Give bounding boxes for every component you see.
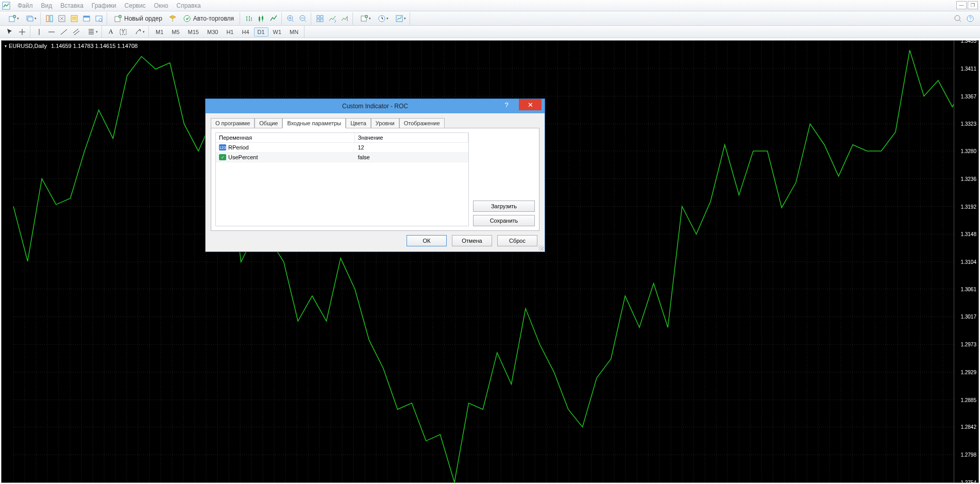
draw-time-toolbar: A T M1M5M15M30H1H4D1W1MN — [0, 26, 980, 38]
app-icon — [2, 2, 10, 10]
svg-text:?: ? — [969, 16, 972, 22]
y-tick: 1.2885 — [960, 397, 976, 403]
table-row[interactable]: ✓UsePercentfalse — [216, 153, 468, 162]
auto-scroll-button[interactable] — [327, 13, 338, 24]
menu-view[interactable]: Вид — [37, 1, 57, 10]
data-window-button[interactable] — [69, 13, 80, 24]
svg-rect-9 — [83, 16, 90, 18]
market-watch-button[interactable] — [44, 13, 55, 24]
load-button[interactable]: Загрузить — [473, 201, 535, 212]
dialog-title: Custom Indicator - ROC — [342, 103, 408, 110]
window-controls: — ❐ — [956, 1, 978, 9]
timeframe-M30[interactable]: M30 — [204, 27, 222, 37]
tab-Входные-параметры[interactable]: Входные параметры — [282, 118, 346, 128]
tab-Общие[interactable]: Общие — [255, 118, 282, 128]
text-label-tool[interactable]: T — [117, 26, 129, 38]
resize-grip[interactable] — [538, 245, 544, 251]
templates-button[interactable] — [391, 13, 408, 24]
ok-button[interactable]: ОК — [407, 235, 447, 246]
menu-window[interactable]: Окно — [150, 1, 173, 10]
col-variable: Переменная — [216, 133, 355, 142]
fibonacci-tool[interactable] — [83, 26, 99, 38]
timeframe-H1[interactable]: H1 — [223, 27, 237, 37]
auto-trade-button[interactable]: Авто-торговля — [179, 13, 238, 24]
chart-shift-button[interactable] — [339, 13, 350, 24]
indicator-dialog: Custom Indicator - ROC ? ✕ О программеОб… — [205, 98, 545, 252]
timeframe-M15[interactable]: M15 — [184, 27, 202, 37]
main-toolbar: Новый ордер Авто-торговля ? — [0, 11, 980, 26]
timeframe-M5[interactable]: M5 — [168, 27, 183, 37]
timeframe-MN[interactable]: MN — [286, 27, 302, 37]
tile-windows-button[interactable] — [314, 13, 326, 24]
timeframe-H4[interactable]: H4 — [238, 27, 252, 37]
y-tick: 1.3236 — [960, 176, 976, 181]
trendline-tool[interactable] — [58, 26, 70, 38]
col-value: Значение — [355, 133, 469, 142]
zoom-in-button[interactable] — [285, 13, 296, 24]
metaeditor-button[interactable] — [167, 13, 178, 24]
navigator-button[interactable] — [56, 13, 67, 24]
zoom-out-button[interactable] — [297, 13, 309, 24]
help-button[interactable]: ? — [965, 13, 976, 24]
terminal-button[interactable] — [81, 13, 92, 24]
minimize-button[interactable]: — — [956, 1, 967, 9]
table-row[interactable]: 123RPeriod12 — [216, 143, 468, 153]
dialog-close-button[interactable]: ✕ — [519, 99, 542, 110]
parameters-table[interactable]: Переменная Значение 123RPeriod12✓UsePerc… — [215, 132, 469, 226]
tab-О-программе[interactable]: О программе — [211, 118, 255, 128]
save-button[interactable]: Сохранить — [473, 215, 535, 226]
menu-service[interactable]: Сервис — [121, 1, 150, 10]
vline-tool[interactable] — [33, 26, 45, 38]
dialog-help-button[interactable]: ? — [496, 99, 517, 110]
svg-rect-6 — [50, 15, 53, 22]
cancel-button[interactable]: Отмена — [452, 235, 492, 246]
dialog-titlebar[interactable]: Custom Indicator - ROC ? ✕ — [206, 99, 545, 113]
cursor-tool[interactable] — [4, 26, 15, 38]
menu-file[interactable]: Файл — [13, 1, 37, 10]
periods-button[interactable] — [374, 13, 390, 24]
arrows-tool[interactable] — [130, 26, 146, 38]
restore-button[interactable]: ❐ — [968, 1, 978, 9]
y-tick: 1.2929 — [960, 370, 976, 375]
menu-help[interactable]: Справка — [173, 1, 205, 10]
y-tick: 1.3411 — [960, 65, 976, 71]
timeframe-M1[interactable]: M1 — [152, 27, 167, 37]
profiles-button[interactable] — [22, 13, 38, 24]
svg-rect-7 — [71, 15, 77, 22]
chart-dropdown-icon[interactable]: ▾ — [5, 44, 7, 48]
y-tick: 1.3280 — [960, 148, 976, 154]
strategy-tester-button[interactable] — [93, 13, 105, 24]
timeframe-W1[interactable]: W1 — [269, 27, 285, 37]
svg-rect-20 — [320, 15, 323, 18]
channel-tool[interactable] — [71, 26, 82, 38]
timeframe-D1[interactable]: D1 — [254, 27, 268, 37]
new-order-label: Новый ордер — [124, 15, 162, 22]
tab-Уровни[interactable]: Уровни — [371, 118, 399, 128]
tab-Отображение[interactable]: Отображение — [399, 118, 445, 128]
new-chart-button[interactable] — [4, 13, 21, 24]
candle-chart-button[interactable] — [256, 13, 267, 24]
tab-Цвета[interactable]: Цвета — [346, 118, 371, 128]
svg-text:T: T — [122, 29, 125, 35]
indicators-button[interactable] — [356, 13, 373, 24]
svg-rect-19 — [317, 15, 319, 18]
reset-button[interactable]: Сброс — [497, 235, 537, 246]
y-tick: 1.3192 — [960, 204, 976, 209]
hline-tool[interactable] — [46, 26, 57, 38]
svg-rect-5 — [46, 15, 49, 22]
auto-trade-label: Авто-торговля — [193, 15, 234, 22]
bar-chart-button[interactable] — [243, 13, 255, 24]
menu-charts[interactable]: Графики — [88, 1, 121, 10]
y-axis: 1.34551.34111.33671.33231.32801.32361.31… — [954, 41, 978, 482]
text-tool[interactable]: A — [105, 26, 116, 38]
menu-insert[interactable]: Вставка — [56, 1, 88, 10]
line-chart-button[interactable] — [268, 13, 279, 24]
crosshair-tool[interactable] — [16, 26, 28, 38]
boolean-icon: ✓ — [219, 154, 226, 160]
svg-rect-22 — [320, 19, 323, 22]
search-button[interactable] — [952, 13, 964, 24]
svg-rect-4 — [28, 17, 33, 21]
new-order-button[interactable]: Новый ордер — [110, 13, 166, 24]
y-tick: 1.3104 — [960, 259, 976, 265]
tab-panel-inputs: Переменная Значение 123RPeriod12✓UsePerc… — [211, 128, 539, 231]
